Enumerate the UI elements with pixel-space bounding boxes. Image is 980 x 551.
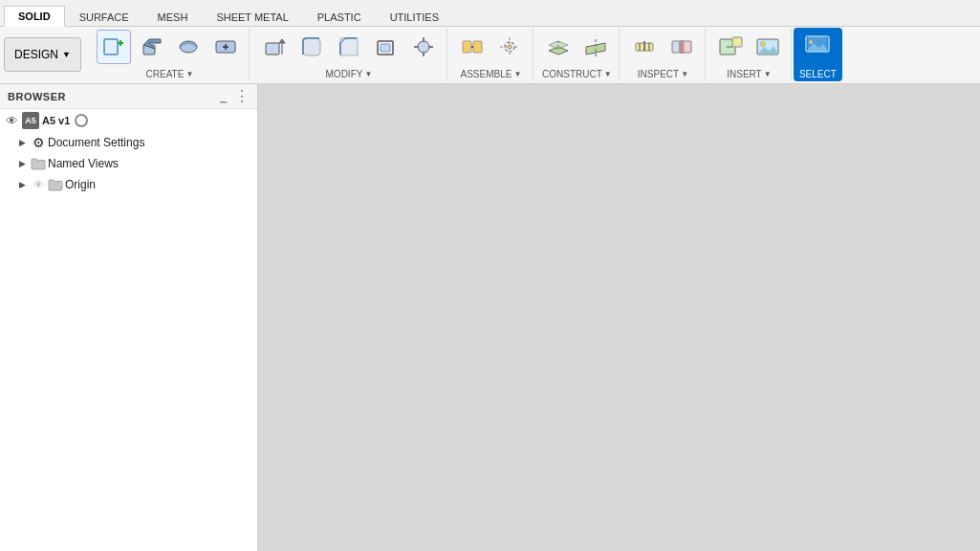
tab-surface[interactable]: SURFACE xyxy=(65,7,143,27)
origin-folder-icon xyxy=(48,177,63,192)
svg-rect-9 xyxy=(266,43,279,55)
visibility-eye-icon[interactable]: 👁 xyxy=(4,113,19,128)
tab-sheet-metal[interactable]: SHEET METAL xyxy=(202,7,302,27)
group-insert: INSERT ▼ xyxy=(708,28,792,81)
insert-dropdown-arrow: ▼ xyxy=(764,70,772,78)
svg-marker-10 xyxy=(279,39,285,43)
plane-angle-icon[interactable] xyxy=(578,30,613,64)
group-assemble: ASSEMBLE ▼ xyxy=(449,28,534,81)
group-inspect: INSPECT ▼ xyxy=(621,28,706,81)
svg-rect-21 xyxy=(463,41,471,53)
tab-mesh[interactable]: MESH xyxy=(143,7,203,27)
press-pull-icon[interactable] xyxy=(257,30,292,64)
browser-controls: ⎯ ⋮ xyxy=(215,89,250,104)
assemble-group-label[interactable]: ASSEMBLE ▼ xyxy=(461,69,522,79)
revolve-icon[interactable] xyxy=(171,30,206,64)
group-modify: MODIFY ▼ xyxy=(251,28,447,81)
expand-arrow-icon-3[interactable]: ▶ xyxy=(15,178,29,191)
tree-item-named-views[interactable]: ▶ Named Views xyxy=(0,153,257,174)
joint-icon[interactable] xyxy=(455,30,490,64)
insert-icons xyxy=(713,30,785,64)
tree-item-doc-settings[interactable]: ▶ ⚙ Document Settings xyxy=(0,132,257,153)
tab-plastic[interactable]: PLASTIC xyxy=(303,7,376,27)
move-icon[interactable] xyxy=(406,30,441,64)
chamfer-icon[interactable] xyxy=(332,30,366,64)
tree-item-origin[interactable]: ▶ 👁 Origin xyxy=(0,174,257,195)
folder-icon xyxy=(31,156,46,171)
svg-rect-13 xyxy=(340,38,358,55)
select-group-label[interactable]: SELECT xyxy=(799,69,837,79)
construct-group-label[interactable]: CONSTRUCT ▼ xyxy=(542,69,612,79)
design-button[interactable]: DESIGN ▼ xyxy=(4,37,81,72)
svg-point-16 xyxy=(418,41,429,53)
svg-rect-0 xyxy=(104,39,118,55)
new-component-icon[interactable] xyxy=(97,30,131,64)
named-views-label: Named Views xyxy=(48,157,119,170)
browser-collapse-btn[interactable]: ⎯ xyxy=(215,89,230,104)
inspect-icons xyxy=(627,30,699,64)
construct-dropdown-arrow: ▼ xyxy=(604,70,612,78)
offset-plane-icon[interactable] xyxy=(541,30,576,64)
modify-group-label[interactable]: MODIFY ▼ xyxy=(326,69,373,79)
modify-icons xyxy=(257,30,441,64)
insert-group-label[interactable]: INSERT ▼ xyxy=(727,69,771,79)
expand-arrow-icon-2[interactable]: ▶ xyxy=(15,157,29,170)
browser-title: BROWSER xyxy=(8,91,66,102)
svg-rect-39 xyxy=(680,41,684,53)
create-more-icon[interactable] xyxy=(208,30,243,64)
select-icon[interactable] xyxy=(800,30,835,64)
gear-icon: ⚙ xyxy=(31,135,46,150)
create-icons xyxy=(97,30,243,64)
group-select: SELECT xyxy=(794,28,842,81)
chevron-down-icon: ▼ xyxy=(62,50,71,59)
inspect-dropdown-arrow: ▼ xyxy=(681,70,688,78)
browser-panel: BROWSER ⎯ ⋮ 👁 A5 A5 v1 ▶ ⚙ Document Sett… xyxy=(0,84,258,551)
svg-rect-15 xyxy=(381,44,390,52)
shell-icon[interactable] xyxy=(369,30,403,64)
a5-badge: A5 xyxy=(22,112,39,129)
browser-header: BROWSER ⎯ ⋮ xyxy=(0,84,257,109)
create-dropdown-arrow: ▼ xyxy=(185,70,193,78)
assemble-dropdown-arrow: ▼ xyxy=(513,70,521,78)
interference-icon[interactable] xyxy=(664,30,699,64)
inspect-group-label[interactable]: INSPECT ▼ xyxy=(638,69,688,79)
design-label: DESIGN xyxy=(14,48,58,61)
fillet-icon[interactable] xyxy=(294,30,329,64)
browser-separator-drag[interactable]: ⋮ xyxy=(234,89,250,104)
assemble-icons xyxy=(455,30,527,64)
group-construct: CONSTRUCT ▼ xyxy=(535,28,620,81)
doc-settings-label: Document Settings xyxy=(48,136,144,149)
record-button[interactable] xyxy=(75,114,88,127)
construct-icons xyxy=(541,30,613,64)
canvas-area[interactable]: CONSTRUCT > xyxy=(258,84,980,551)
origin-label: Origin xyxy=(65,178,96,191)
measure-icon[interactable] xyxy=(627,30,662,64)
extrude-icon[interactable] xyxy=(134,30,168,64)
svg-rect-22 xyxy=(473,41,482,53)
svg-rect-41 xyxy=(732,37,742,47)
svg-point-27 xyxy=(508,45,512,49)
svg-point-43 xyxy=(760,42,765,47)
origin-visibility-icon[interactable]: 👁 xyxy=(31,177,46,192)
modify-dropdown-arrow: ▼ xyxy=(364,70,372,78)
create-group-label[interactable]: CREATE ▼ xyxy=(146,69,194,79)
joint-origin-icon[interactable] xyxy=(492,30,527,64)
select-icons xyxy=(800,30,835,64)
main-area: BROWSER ⎯ ⋮ 👁 A5 A5 v1 ▶ ⚙ Document Sett… xyxy=(0,84,980,551)
root-label: A5 v1 xyxy=(42,115,70,126)
group-create: CREATE ▼ xyxy=(91,28,250,81)
tab-utilities[interactable]: UTILITIES xyxy=(376,7,453,27)
tab-solid[interactable]: SOLID xyxy=(4,6,65,27)
tab-row: SOLID SURFACE MESH SHEET METAL PLASTIC U… xyxy=(0,0,980,27)
expand-arrow-icon[interactable]: ▶ xyxy=(15,136,29,149)
insert-image-icon[interactable] xyxy=(751,30,785,64)
insert-mesh-icon[interactable] xyxy=(713,30,748,64)
svg-rect-12 xyxy=(303,38,320,55)
svg-point-48 xyxy=(809,40,813,44)
icon-row: DESIGN ▼ xyxy=(0,27,980,82)
tree-item-root[interactable]: 👁 A5 A5 v1 xyxy=(0,109,257,132)
